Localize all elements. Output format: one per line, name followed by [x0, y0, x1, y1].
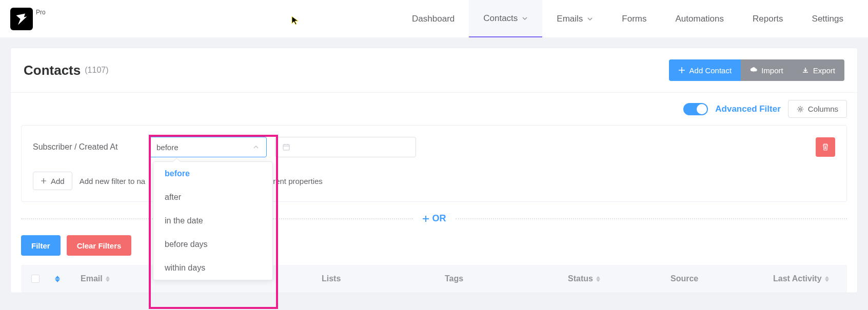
column-label: Lists [322, 274, 341, 283]
cloud-upload-icon [750, 67, 757, 74]
import-button[interactable]: Import [741, 59, 793, 81]
column-last-activity[interactable]: Last Activity [773, 274, 837, 283]
select-all-checkbox[interactable] [31, 275, 40, 283]
contacts-card: Contacts (1107) Add Contact Import Expor… [10, 48, 858, 293]
nav-label: Emails [557, 14, 583, 24]
filter-field-label: Subscriber / Created At [33, 142, 141, 152]
select-value: before [156, 143, 179, 152]
delete-filter-button[interactable] [816, 137, 835, 157]
column-lists[interactable]: Lists [322, 274, 445, 283]
chevron-down-icon [522, 15, 528, 22]
column-source[interactable]: Source [670, 274, 773, 283]
dropdown-option-before-days[interactable]: before days [153, 233, 272, 256]
chevron-up-icon [253, 144, 259, 150]
button-label: Export [813, 66, 835, 75]
export-button[interactable]: Export [793, 59, 844, 81]
svg-point-0 [799, 108, 801, 110]
dropdown-option-in-the-date[interactable]: in the date [153, 209, 272, 233]
or-label: OR [432, 213, 446, 224]
nav-label: Dashboard [412, 14, 455, 24]
plus-icon [41, 178, 47, 184]
nav-settings[interactable]: Settings [798, 0, 858, 37]
date-input[interactable] [275, 137, 416, 157]
brand: Pro [10, 8, 46, 30]
trash-icon [821, 143, 830, 151]
nav-label: Contacts [483, 13, 518, 24]
columns-button[interactable]: Columns [788, 100, 847, 118]
column-status[interactable]: Status [568, 274, 670, 283]
page-title: Contacts [24, 63, 81, 78]
nav-dashboard[interactable]: Dashboard [398, 0, 469, 37]
chevron-down-icon [587, 16, 593, 22]
nav-forms[interactable]: Forms [607, 0, 661, 37]
column-label: Email [81, 274, 103, 283]
nav-reports[interactable]: Reports [738, 0, 798, 37]
toolbar: Advanced Filter Columns [11, 93, 857, 125]
plus-icon [422, 215, 429, 222]
top-navigation: Pro Dashboard Contacts Emails Forms Auto… [0, 0, 868, 37]
calendar-icon [283, 143, 290, 151]
add-filter-button[interactable]: Add [33, 172, 72, 190]
nav-label: Automations [676, 14, 724, 24]
nav-label: Settings [812, 14, 843, 24]
sort-icon [106, 276, 110, 282]
add-or-condition-button[interactable]: OR [417, 213, 451, 224]
button-label: Columns [808, 105, 838, 113]
column-label: Tags [445, 274, 463, 283]
contact-count: (1107) [85, 66, 108, 75]
header-actions: Add Contact Import Export [669, 59, 844, 81]
main-nav: Dashboard Contacts Emails Forms Automati… [398, 0, 858, 37]
nav-contacts[interactable]: Contacts [469, 0, 542, 37]
advanced-filter-label: Advanced Filter [715, 104, 781, 114]
dropdown-option-after[interactable]: after [153, 185, 272, 209]
apply-filter-button[interactable]: Filter [21, 235, 61, 256]
column-label: Last Activity [773, 274, 822, 283]
nav-automations[interactable]: Automations [661, 0, 739, 37]
clear-filters-button[interactable]: Clear Filters [67, 235, 132, 256]
logo-icon [14, 12, 29, 26]
filter-row: Subscriber / Created At before [33, 137, 835, 157]
sort-icon [825, 276, 829, 282]
column-label: Status [568, 274, 593, 283]
operator-dropdown: before after in the date before days wit… [153, 161, 273, 280]
advanced-filter-toggle[interactable] [683, 103, 708, 115]
filter-actions: Filter Clear Filters [11, 235, 857, 265]
dropdown-option-before[interactable]: before [153, 162, 272, 185]
dropdown-option-within-days[interactable]: within days [153, 256, 272, 280]
operator-select[interactable]: before [149, 137, 267, 157]
column-tags[interactable]: Tags [445, 274, 568, 283]
download-icon [802, 67, 809, 74]
filter-panel: Subscriber / Created At before Add [21, 125, 847, 202]
app-logo[interactable] [10, 8, 33, 30]
table-header: Email Lists Tags Status Source Last Acti… [21, 265, 847, 293]
button-label: Add Contact [689, 66, 732, 75]
add-contact-button[interactable]: Add Contact [669, 59, 741, 81]
nav-label: Forms [622, 14, 646, 24]
sort-control[interactable] [55, 276, 60, 282]
gear-icon [797, 106, 804, 113]
page-body: Contacts (1107) Add Contact Import Expor… [0, 37, 868, 303]
button-label: Import [761, 66, 783, 75]
sort-icon [596, 276, 600, 282]
button-label: Add [51, 177, 65, 185]
nav-label: Reports [753, 14, 783, 24]
svg-rect-1 [283, 144, 289, 150]
nav-emails[interactable]: Emails [542, 0, 607, 37]
card-header: Contacts (1107) Add Contact Import Expor… [11, 48, 857, 93]
plus-icon [678, 67, 685, 74]
or-divider: OR [21, 213, 847, 224]
pro-badge: Pro [36, 9, 46, 16]
column-label: Source [670, 274, 698, 283]
